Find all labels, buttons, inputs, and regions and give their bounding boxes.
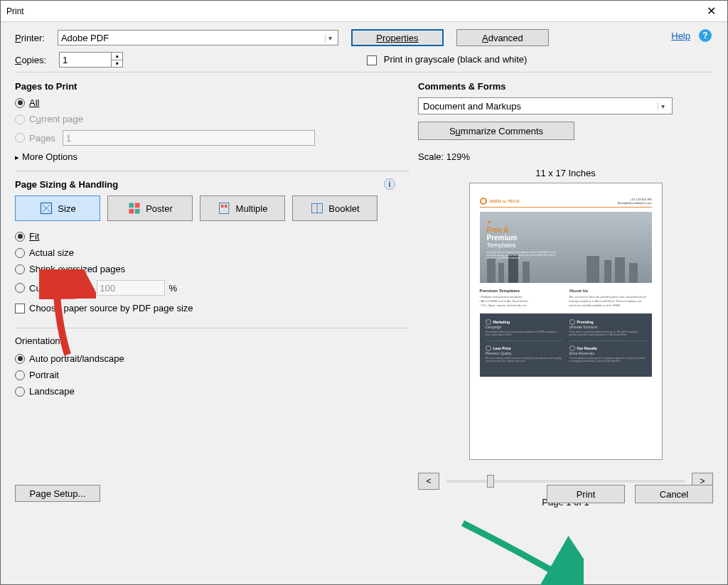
booklet-button[interactable]: Booklet	[292, 195, 378, 221]
multiple-icon	[218, 201, 232, 215]
annotation-arrow-green	[456, 516, 584, 585]
preview-contact: +01 123 456 789Example@usedtotech.com	[618, 198, 652, 205]
comments-forms-title: Comments & Forms	[418, 81, 713, 92]
dimensions-label: 11 x 17 Inches	[418, 168, 713, 178]
size-button[interactable]: Size	[15, 195, 100, 221]
pages-to-print-title: Pages to Print	[15, 81, 410, 92]
svg-rect-6	[221, 205, 223, 208]
orientation-title: Orientation:	[15, 336, 410, 346]
svg-rect-7	[225, 205, 227, 208]
copies-field[interactable]	[60, 53, 111, 67]
custom-scale-input	[97, 280, 165, 296]
pages-all-radio[interactable]	[15, 98, 25, 108]
properties-button[interactable]: Properties	[351, 29, 444, 46]
svg-rect-4	[135, 209, 140, 214]
comments-forms-select[interactable]: Document and Markups ▾	[418, 97, 673, 114]
summarize-comments-button[interactable]: Summarize Comments	[418, 122, 574, 140]
choose-source-checkbox[interactable]	[15, 304, 25, 313]
info-icon[interactable]: i	[384, 178, 395, 190]
shrink-radio[interactable]	[15, 264, 25, 274]
actual-radio[interactable]	[15, 248, 25, 258]
actual-label: Actual size	[29, 247, 74, 258]
preview-pane: USED to TECH +01 123 456 789Example@used…	[469, 183, 663, 460]
orientation-auto-radio[interactable]	[15, 354, 25, 364]
shrink-label: Shrink oversized pages	[29, 264, 125, 274]
copies-up[interactable]: ▲	[112, 53, 122, 60]
fit-radio[interactable]	[15, 232, 25, 242]
page-setup-button[interactable]: Page Setup...	[15, 485, 100, 502]
svg-rect-2	[135, 203, 140, 208]
print-button[interactable]: Print	[547, 485, 625, 503]
more-options-toggle[interactable]: More Options	[15, 151, 410, 162]
close-icon[interactable]: ✕	[701, 3, 722, 19]
window-title: Print	[6, 6, 24, 16]
zoom-slider[interactable]	[446, 480, 685, 483]
choose-source-label: Choose paper source by PDF page size	[29, 303, 193, 313]
orientation-landscape-label: Landscape	[29, 386, 75, 397]
orientation-auto-label: Auto portrait/landscape	[29, 353, 124, 364]
size-icon	[39, 201, 53, 215]
pages-range-input	[63, 130, 315, 146]
printer-select[interactable]: Adobe PDF ▾	[58, 30, 338, 45]
preview-brand: USED to TECH	[490, 199, 520, 203]
chevron-down-icon[interactable]: ▾	[658, 102, 668, 110]
percent-label: %	[169, 283, 178, 294]
scale-label: Scale: 129%	[418, 151, 713, 162]
svg-rect-1	[129, 203, 134, 208]
copies-input[interactable]: ▲ ▼	[59, 52, 123, 68]
advanced-button[interactable]: Advanced	[456, 29, 549, 46]
grayscale-label: Print in grayscale (black and white)	[384, 54, 528, 65]
booklet-icon	[310, 201, 324, 215]
pages-all-label: All	[29, 97, 39, 108]
pages-range-label: Pages	[29, 133, 55, 144]
preview-logo-icon	[480, 198, 487, 205]
help-link[interactable]: Help	[671, 31, 690, 41]
orientation-portrait-radio[interactable]	[15, 370, 25, 380]
pages-current-label: Current page	[29, 114, 83, 124]
custom-scale-label: Custom Scale:	[29, 283, 90, 294]
orientation-landscape-radio[interactable]	[15, 387, 25, 397]
svg-rect-3	[129, 209, 134, 214]
pages-current-radio	[15, 114, 25, 124]
multiple-button[interactable]: Multiple	[200, 195, 285, 221]
cancel-button[interactable]: Cancel	[635, 485, 713, 503]
poster-button[interactable]: Poster	[107, 195, 193, 221]
page-sizing-title: Page Sizing & Handling i	[15, 178, 410, 190]
pages-range-radio	[15, 133, 25, 143]
printer-value: Adobe PDF	[61, 33, 109, 43]
help-icon[interactable]: ?	[699, 29, 712, 42]
custom-scale-radio[interactable]	[15, 283, 25, 293]
comments-forms-value: Document and Markups	[423, 101, 521, 112]
copies-down[interactable]: ▼	[112, 60, 122, 68]
svg-rect-5	[219, 203, 228, 214]
fit-label: Fit	[29, 231, 39, 242]
copies-label: Copies:	[15, 55, 46, 65]
grayscale-checkbox[interactable]	[367, 55, 377, 65]
printer-label: Printer:	[15, 33, 45, 43]
orientation-portrait-label: Portrait	[29, 370, 59, 380]
poster-icon	[127, 201, 141, 215]
chevron-down-icon[interactable]: ▾	[325, 34, 335, 42]
